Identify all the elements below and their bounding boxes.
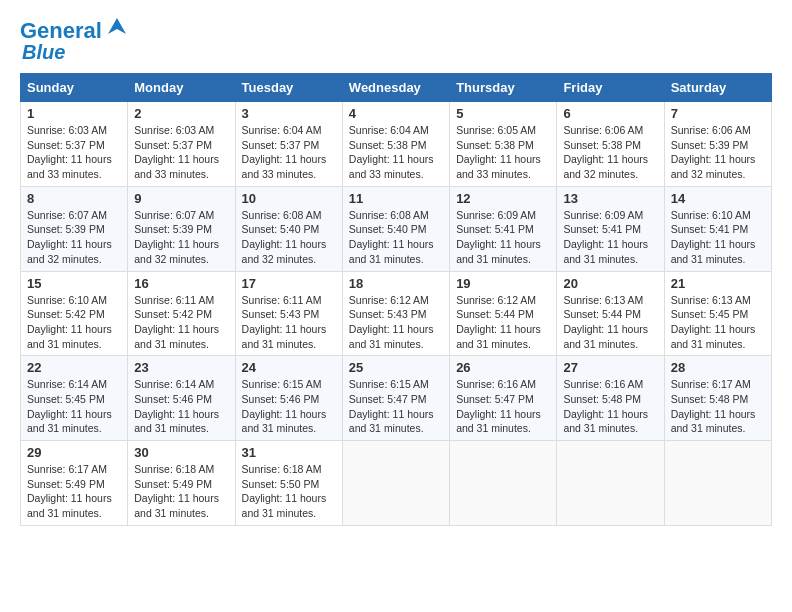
sunrise-text: Sunrise: 6:03 AM — [27, 124, 107, 136]
sunset-text: Sunset: 5:39 PM — [27, 223, 105, 235]
sunset-text: Sunset: 5:41 PM — [456, 223, 534, 235]
logo-icon — [106, 16, 128, 38]
day-number: 24 — [242, 360, 336, 375]
calendar-cell: 15 Sunrise: 6:10 AM Sunset: 5:42 PM Dayl… — [21, 271, 128, 356]
sunset-text: Sunset: 5:43 PM — [349, 308, 427, 320]
calendar-cell: 2 Sunrise: 6:03 AM Sunset: 5:37 PM Dayli… — [128, 102, 235, 187]
calendar-cell: 7 Sunrise: 6:06 AM Sunset: 5:39 PM Dayli… — [664, 102, 771, 187]
cell-content: Sunrise: 6:09 AM Sunset: 5:41 PM Dayligh… — [563, 208, 657, 267]
daylight-text: Daylight: 11 hours and 33 minutes. — [134, 153, 219, 180]
day-number: 1 — [27, 106, 121, 121]
daylight-text: Daylight: 11 hours and 31 minutes. — [671, 408, 756, 435]
cell-content: Sunrise: 6:13 AM Sunset: 5:44 PM Dayligh… — [563, 293, 657, 352]
sunset-text: Sunset: 5:45 PM — [671, 308, 749, 320]
sunrise-text: Sunrise: 6:15 AM — [242, 378, 322, 390]
cell-content: Sunrise: 6:11 AM Sunset: 5:43 PM Dayligh… — [242, 293, 336, 352]
sunset-text: Sunset: 5:49 PM — [134, 478, 212, 490]
calendar-cell: 23 Sunrise: 6:14 AM Sunset: 5:46 PM Dayl… — [128, 356, 235, 441]
daylight-text: Daylight: 11 hours and 31 minutes. — [456, 323, 541, 350]
sunrise-text: Sunrise: 6:13 AM — [563, 294, 643, 306]
day-number: 25 — [349, 360, 443, 375]
day-number: 27 — [563, 360, 657, 375]
calendar-body: 1 Sunrise: 6:03 AM Sunset: 5:37 PM Dayli… — [21, 102, 772, 526]
weekday-header: Thursday — [450, 74, 557, 102]
calendar-cell: 21 Sunrise: 6:13 AM Sunset: 5:45 PM Dayl… — [664, 271, 771, 356]
cell-content: Sunrise: 6:04 AM Sunset: 5:38 PM Dayligh… — [349, 123, 443, 182]
cell-content: Sunrise: 6:10 AM Sunset: 5:42 PM Dayligh… — [27, 293, 121, 352]
calendar-cell: 20 Sunrise: 6:13 AM Sunset: 5:44 PM Dayl… — [557, 271, 664, 356]
cell-content: Sunrise: 6:12 AM Sunset: 5:43 PM Dayligh… — [349, 293, 443, 352]
cell-content: Sunrise: 6:04 AM Sunset: 5:37 PM Dayligh… — [242, 123, 336, 182]
sunrise-text: Sunrise: 6:17 AM — [671, 378, 751, 390]
sunrise-text: Sunrise: 6:16 AM — [563, 378, 643, 390]
sunset-text: Sunset: 5:48 PM — [563, 393, 641, 405]
weekday-header: Tuesday — [235, 74, 342, 102]
sunset-text: Sunset: 5:46 PM — [242, 393, 320, 405]
day-number: 22 — [27, 360, 121, 375]
logo-text: General — [20, 20, 102, 42]
daylight-text: Daylight: 11 hours and 31 minutes. — [671, 323, 756, 350]
sunset-text: Sunset: 5:41 PM — [671, 223, 749, 235]
day-number: 7 — [671, 106, 765, 121]
calendar-header-row: SundayMondayTuesdayWednesdayThursdayFrid… — [21, 74, 772, 102]
cell-content: Sunrise: 6:03 AM Sunset: 5:37 PM Dayligh… — [27, 123, 121, 182]
day-number: 17 — [242, 276, 336, 291]
cell-content: Sunrise: 6:13 AM Sunset: 5:45 PM Dayligh… — [671, 293, 765, 352]
weekday-header: Friday — [557, 74, 664, 102]
calendar-week-row: 8 Sunrise: 6:07 AM Sunset: 5:39 PM Dayli… — [21, 186, 772, 271]
daylight-text: Daylight: 11 hours and 32 minutes. — [563, 153, 648, 180]
day-number: 31 — [242, 445, 336, 460]
calendar-cell: 30 Sunrise: 6:18 AM Sunset: 5:49 PM Dayl… — [128, 441, 235, 526]
day-number: 29 — [27, 445, 121, 460]
calendar-week-row: 15 Sunrise: 6:10 AM Sunset: 5:42 PM Dayl… — [21, 271, 772, 356]
daylight-text: Daylight: 11 hours and 31 minutes. — [563, 238, 648, 265]
daylight-text: Daylight: 11 hours and 31 minutes. — [456, 238, 541, 265]
calendar-cell: 12 Sunrise: 6:09 AM Sunset: 5:41 PM Dayl… — [450, 186, 557, 271]
day-number: 6 — [563, 106, 657, 121]
cell-content: Sunrise: 6:12 AM Sunset: 5:44 PM Dayligh… — [456, 293, 550, 352]
sunrise-text: Sunrise: 6:14 AM — [27, 378, 107, 390]
sunset-text: Sunset: 5:40 PM — [242, 223, 320, 235]
cell-content: Sunrise: 6:18 AM Sunset: 5:49 PM Dayligh… — [134, 462, 228, 521]
day-number: 23 — [134, 360, 228, 375]
daylight-text: Daylight: 11 hours and 31 minutes. — [671, 238, 756, 265]
cell-content: Sunrise: 6:17 AM Sunset: 5:49 PM Dayligh… — [27, 462, 121, 521]
calendar-cell: 26 Sunrise: 6:16 AM Sunset: 5:47 PM Dayl… — [450, 356, 557, 441]
day-number: 2 — [134, 106, 228, 121]
sunset-text: Sunset: 5:38 PM — [349, 139, 427, 151]
sunrise-text: Sunrise: 6:06 AM — [671, 124, 751, 136]
calendar-table: SundayMondayTuesdayWednesdayThursdayFrid… — [20, 73, 772, 526]
day-number: 4 — [349, 106, 443, 121]
day-number: 21 — [671, 276, 765, 291]
sunrise-text: Sunrise: 6:04 AM — [349, 124, 429, 136]
empty-cell — [450, 441, 557, 526]
calendar-cell: 27 Sunrise: 6:16 AM Sunset: 5:48 PM Dayl… — [557, 356, 664, 441]
sunrise-text: Sunrise: 6:13 AM — [671, 294, 751, 306]
daylight-text: Daylight: 11 hours and 31 minutes. — [134, 408, 219, 435]
calendar-cell: 9 Sunrise: 6:07 AM Sunset: 5:39 PM Dayli… — [128, 186, 235, 271]
calendar-cell: 8 Sunrise: 6:07 AM Sunset: 5:39 PM Dayli… — [21, 186, 128, 271]
day-number: 3 — [242, 106, 336, 121]
calendar-cell: 24 Sunrise: 6:15 AM Sunset: 5:46 PM Dayl… — [235, 356, 342, 441]
daylight-text: Daylight: 11 hours and 31 minutes. — [27, 492, 112, 519]
day-number: 26 — [456, 360, 550, 375]
sunset-text: Sunset: 5:43 PM — [242, 308, 320, 320]
sunrise-text: Sunrise: 6:11 AM — [242, 294, 322, 306]
sunset-text: Sunset: 5:49 PM — [27, 478, 105, 490]
sunset-text: Sunset: 5:37 PM — [242, 139, 320, 151]
day-number: 30 — [134, 445, 228, 460]
page-header: General Blue — [20, 20, 772, 63]
sunset-text: Sunset: 5:42 PM — [134, 308, 212, 320]
sunrise-text: Sunrise: 6:18 AM — [134, 463, 214, 475]
sunrise-text: Sunrise: 6:07 AM — [134, 209, 214, 221]
sunset-text: Sunset: 5:38 PM — [456, 139, 534, 151]
daylight-text: Daylight: 11 hours and 31 minutes. — [242, 492, 327, 519]
cell-content: Sunrise: 6:07 AM Sunset: 5:39 PM Dayligh… — [134, 208, 228, 267]
daylight-text: Daylight: 11 hours and 32 minutes. — [671, 153, 756, 180]
sunset-text: Sunset: 5:44 PM — [563, 308, 641, 320]
sunrise-text: Sunrise: 6:06 AM — [563, 124, 643, 136]
sunset-text: Sunset: 5:44 PM — [456, 308, 534, 320]
daylight-text: Daylight: 11 hours and 33 minutes. — [456, 153, 541, 180]
calendar-cell: 22 Sunrise: 6:14 AM Sunset: 5:45 PM Dayl… — [21, 356, 128, 441]
daylight-text: Daylight: 11 hours and 31 minutes. — [242, 323, 327, 350]
